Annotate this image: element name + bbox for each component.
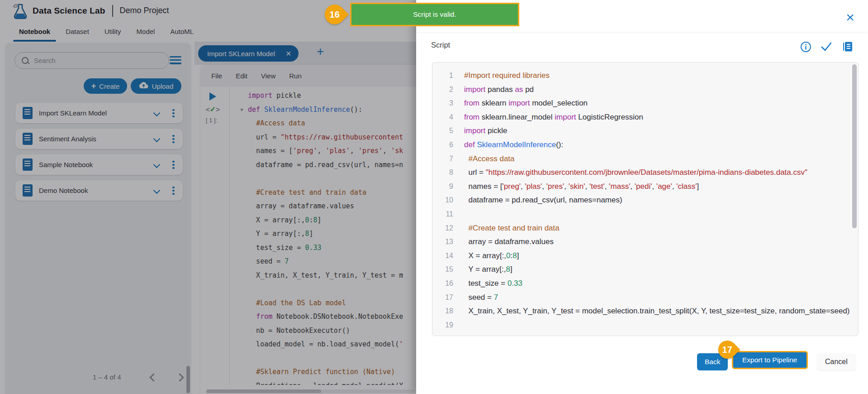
validation-toast: Script is valid.	[350, 3, 519, 26]
line-code: X_train, X_test, Y_train, Y_test = model…	[453, 304, 858, 318]
script-code-line: 1#Import required libraries	[432, 69, 858, 83]
line-number: 11	[432, 207, 453, 221]
script-code-line: 11	[432, 207, 858, 221]
script-drawer: × Script 1#Import required libraries2imp…	[416, 0, 868, 394]
line-number: 14	[432, 249, 453, 263]
script-toolbar	[800, 41, 853, 53]
drawer-footer: Back Export to Pipeline Cancel	[416, 349, 868, 376]
line-number: 2	[432, 83, 453, 97]
script-code-line: 6def SklearnModelInference():	[432, 138, 858, 152]
info-icon[interactable]	[800, 41, 811, 53]
line-number: 8	[432, 166, 453, 180]
script-code-line: 18 X_train, X_test, Y_train, Y_test = mo…	[432, 304, 858, 318]
line-number: 10	[432, 193, 453, 207]
line-code: test_size = 0.33	[453, 277, 858, 291]
line-code: #Access data	[453, 152, 858, 166]
line-number: 15	[432, 263, 453, 277]
script-code-line: 19	[432, 318, 858, 332]
validate-check-icon[interactable]	[821, 42, 832, 52]
line-number: 18	[432, 304, 453, 318]
line-code: from sklearn import model_selection	[453, 96, 858, 111]
script-code-line: 15 Y = array[:,8]	[432, 263, 858, 277]
line-code: X = array[:,0:8]	[453, 249, 858, 263]
line-number: 4	[432, 111, 453, 125]
script-code-line: 20 #Load the DS Lab model	[432, 332, 858, 336]
line-code: dataframe = pd.read_csv(url, names=names…	[453, 193, 858, 207]
line-number: 7	[432, 152, 453, 166]
line-code: array = dataframe.values	[453, 235, 858, 249]
drawer-close-icon[interactable]: ×	[846, 10, 854, 24]
line-number: 17	[432, 291, 453, 305]
line-number: 1	[432, 69, 453, 83]
line-number: 16	[432, 277, 453, 291]
script-panel-title: Script	[431, 41, 450, 49]
line-code	[453, 318, 858, 332]
codebox-scrollbar[interactable]	[852, 64, 857, 228]
line-code: #Import required libraries	[453, 69, 858, 83]
line-number: 12	[432, 221, 453, 235]
line-number: 6	[432, 138, 453, 152]
script-code-line: 2import pandas as pd	[432, 83, 858, 97]
line-code: #Load the DS Lab model	[453, 332, 858, 336]
line-code: #Create test and train data	[453, 221, 858, 235]
line-number: 20	[432, 332, 453, 336]
script-code-line: 5import pickle	[432, 124, 858, 138]
script-code-line: 13 array = dataframe.values	[432, 235, 858, 249]
script-code-line: 17 seed = 7	[432, 291, 858, 305]
copy-script-icon[interactable]	[841, 41, 853, 53]
line-code: from sklearn.linear_model import Logisti…	[453, 111, 858, 125]
line-code: names = ['preg', 'plas', 'pres', 'skin',…	[453, 180, 858, 194]
modal-dim-overlay	[0, 0, 416, 394]
script-code-line: 12 #Create test and train data	[432, 221, 858, 235]
script-code-line: 7 #Access data	[432, 152, 858, 166]
line-code: def SklearnModelInference():	[453, 138, 858, 152]
script-code-line: 3from sklearn import model_selection	[432, 96, 858, 111]
script-code-line: 14 X = array[:,0:8]	[432, 249, 858, 263]
script-code-line: 4from sklearn.linear_model import Logist…	[432, 111, 858, 125]
line-code: import pickle	[453, 124, 858, 138]
line-code	[453, 207, 858, 221]
script-code-line: 16 test_size = 0.33	[432, 277, 858, 291]
line-number: 13	[432, 235, 453, 249]
line-code: url = "https://raw.githubusercontent.com…	[453, 166, 858, 180]
export-to-pipeline-button[interactable]: Export to Pipeline	[732, 351, 808, 369]
toast-message: Script is valid.	[413, 10, 456, 19]
cancel-button[interactable]: Cancel	[817, 353, 856, 370]
script-code-line: 9 names = ['preg', 'plas', 'pres', 'skin…	[432, 180, 858, 194]
line-number: 5	[432, 124, 453, 138]
script-codebox[interactable]: 1#Import required libraries2import panda…	[432, 62, 859, 336]
line-number: 3	[432, 96, 453, 111]
line-number: 19	[432, 318, 453, 332]
panel-code: 1#Import required libraries2import panda…	[432, 62, 858, 336]
line-code: seed = 7	[453, 291, 858, 305]
line-number: 9	[432, 180, 453, 194]
script-code-line: 10 dataframe = pd.read_csv(url, names=na…	[432, 193, 858, 207]
line-code: Y = array[:,8]	[453, 263, 858, 277]
line-code: import pandas as pd	[453, 83, 858, 97]
app-root: Data Science Lab Demo Project NotebookDa…	[0, 0, 868, 394]
script-code-line: 8 url = "https://raw.githubusercontent.c…	[432, 166, 858, 180]
